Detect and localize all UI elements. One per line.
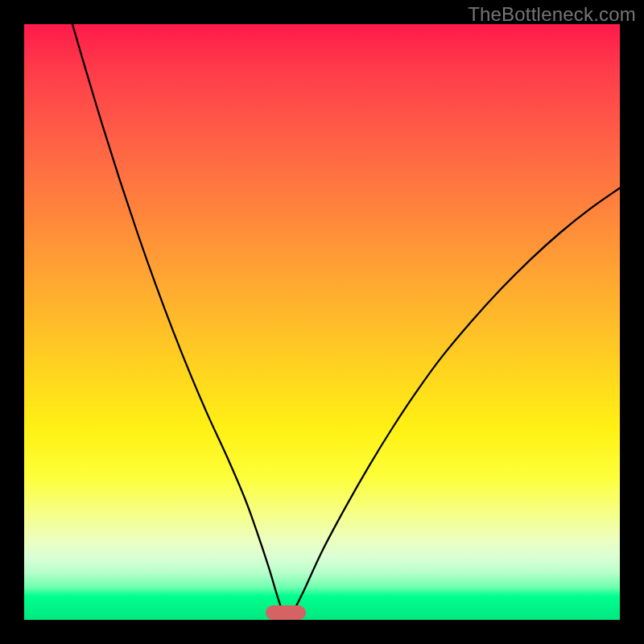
- watermark-text: TheBottleneck.com: [468, 3, 636, 26]
- bottleneck-curve: [24, 24, 620, 620]
- minimum-marker: [266, 605, 306, 620]
- chart-frame: TheBottleneck.com: [0, 0, 644, 644]
- plot-area: [24, 24, 620, 620]
